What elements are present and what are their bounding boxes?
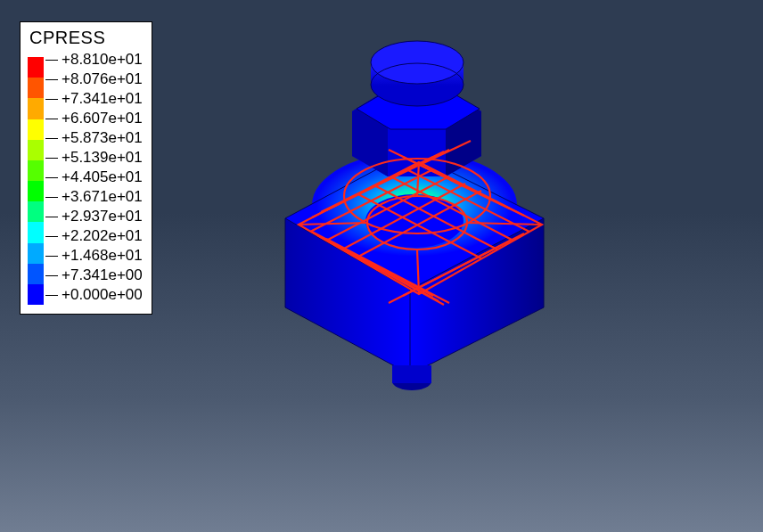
svg-marker-10 [352, 89, 388, 176]
svg-marker-5 [285, 151, 544, 290]
legend-tick: +8.076e+01 [45, 70, 143, 89]
legend-tick: +2.937e+01 [45, 207, 143, 226]
svg-line-31 [326, 150, 449, 210]
svg-point-16 [371, 63, 464, 106]
svg-marker-2 [285, 151, 544, 290]
legend-swatch [28, 78, 44, 98]
legend-swatch [28, 222, 44, 242]
svg-line-46 [310, 169, 433, 232]
legend-tick-mark [45, 217, 58, 217]
svg-marker-0 [285, 218, 410, 374]
svg-line-38 [389, 241, 510, 303]
legend-tick-label: +2.937e+01 [62, 208, 143, 225]
legend-tick: +6.607e+01 [45, 109, 143, 128]
legend-swatch [28, 243, 44, 264]
legend-swatch [28, 181, 44, 201]
legend-tick-label: +7.341e+00 [62, 266, 143, 284]
legend-tick-label: +1.468e+01 [62, 247, 143, 265]
legend-tick-label: +7.341e+01 [62, 90, 143, 108]
legend-tick-mark [45, 256, 58, 257]
svg-line-40 [374, 185, 497, 250]
legend-colorbar [28, 57, 44, 305]
legend-swatch [28, 140, 44, 160]
svg-line-37 [403, 233, 524, 296]
svg-line-42 [406, 169, 529, 232]
legend-tick-mark [45, 177, 58, 178]
svg-point-15 [371, 41, 464, 84]
svg-marker-1 [410, 218, 544, 374]
svg-line-36 [389, 150, 510, 209]
svg-line-33 [312, 232, 433, 296]
legend-tick-mark [45, 79, 58, 80]
legend-tick-mark [45, 197, 58, 198]
legend-swatch [28, 57, 44, 78]
legend-swatch [28, 201, 44, 222]
legend-tick: +2.202e+01 [45, 226, 143, 246]
svg-marker-11 [446, 89, 481, 176]
svg-line-30 [312, 157, 433, 217]
legend-tick-label: +4.405e+01 [62, 168, 143, 186]
legend-tick: +7.341e+01 [45, 89, 143, 109]
legend-tick: +8.810e+01 [45, 50, 143, 70]
legend-panel: CPRESS +8.810e+01+8.076e+01+7.341e+01+6.… [20, 21, 152, 315]
legend-tick-label: +3.671e+01 [62, 188, 143, 206]
legend-tick-mark [45, 295, 58, 296]
legend-tick: +5.139e+01 [45, 148, 143, 168]
svg-rect-8 [392, 365, 431, 383]
svg-line-43 [358, 191, 481, 257]
svg-rect-14 [371, 62, 464, 86]
svg-point-4 [365, 194, 464, 248]
svg-point-19 [344, 159, 490, 233]
svg-point-3 [312, 151, 517, 258]
svg-marker-12 [357, 89, 480, 129]
svg-line-26 [321, 237, 444, 305]
svg-line-44 [342, 184, 465, 250]
svg-line-20 [299, 223, 367, 225]
legend-tick: +5.873e+01 [45, 128, 143, 148]
legend-tick-mark [45, 138, 58, 139]
legend-tick: +3.671e+01 [45, 187, 143, 207]
reference-mesh [299, 141, 542, 317]
svg-marker-17 [299, 162, 542, 294]
legend-tick-label: +5.873e+01 [62, 129, 143, 147]
svg-point-13 [371, 63, 464, 106]
svg-line-24 [321, 151, 444, 212]
legend-tick-label: +2.202e+01 [62, 227, 143, 245]
legend-tick-mark [45, 275, 58, 276]
legend-title: CPRESS [29, 28, 143, 48]
svg-marker-9 [352, 89, 481, 176]
legend-ticks: +8.810e+01+8.076e+01+7.341e+01+6.607e+01… [45, 50, 143, 305]
legend-tick-label: +8.076e+01 [62, 70, 143, 88]
legend-swatch [28, 98, 44, 119]
legend-tick-label: +6.607e+01 [62, 110, 143, 127]
legend-tick-mark [45, 158, 58, 159]
legend-tick: +0.000e+00 [45, 285, 143, 305]
svg-line-45 [326, 176, 449, 241]
svg-line-35 [403, 157, 524, 216]
svg-line-25 [346, 141, 471, 200]
svg-line-39 [358, 194, 481, 258]
legend-tick-mark [45, 236, 58, 237]
legend-tick: +7.341e+00 [45, 266, 143, 285]
legend-tick: +4.405e+01 [45, 168, 143, 187]
svg-line-21 [467, 223, 542, 225]
legend-swatch [28, 284, 44, 305]
legend-tick-label: +8.810e+01 [62, 51, 143, 69]
svg-line-34 [326, 239, 449, 303]
legend-tick-label: +5.139e+01 [62, 149, 143, 167]
legend-swatch [28, 119, 44, 140]
bolt-shaft-lower [392, 365, 431, 390]
legend-tick-mark [45, 99, 58, 100]
svg-line-41 [390, 176, 513, 241]
svg-line-23 [417, 250, 419, 294]
svg-point-18 [367, 196, 467, 250]
legend-tick: +1.468e+01 [45, 246, 143, 266]
legend-tick-mark [45, 60, 58, 61]
svg-point-7 [392, 372, 431, 390]
legend-tick-label: +0.000e+00 [62, 286, 143, 304]
legend-swatch [28, 264, 44, 284]
svg-line-28 [317, 235, 439, 301]
legend-swatch [28, 160, 44, 181]
bolt-head [352, 41, 481, 176]
viewport[interactable]: CPRESS +8.810e+01+8.076e+01+7.341e+01+6.… [0, 0, 763, 532]
